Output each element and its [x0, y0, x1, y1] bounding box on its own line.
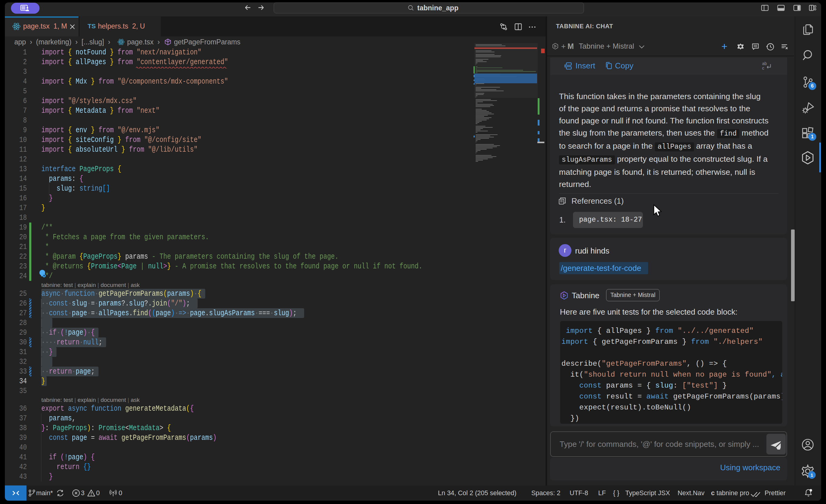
svg-text:ab: ab: [762, 61, 767, 66]
svg-text:c: c: [762, 66, 764, 70]
